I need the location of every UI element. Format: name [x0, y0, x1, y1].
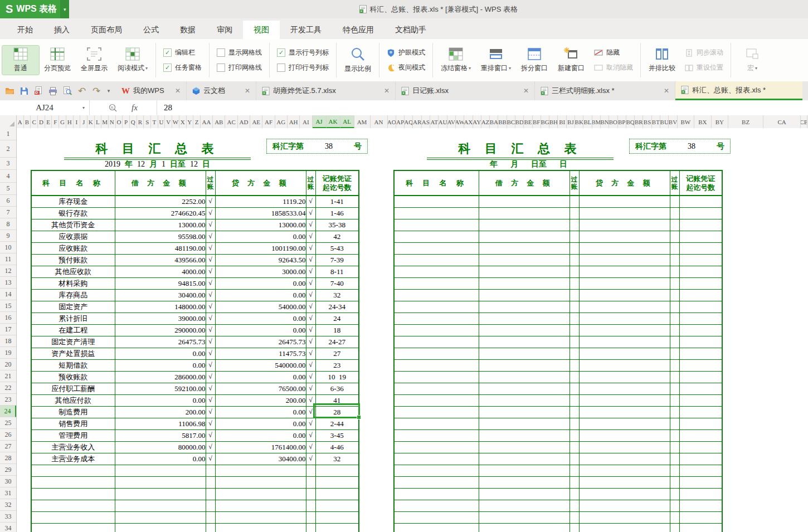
debit-cell[interactable] — [479, 254, 570, 266]
debit-cell[interactable] — [479, 301, 570, 313]
credit-cell[interactable] — [215, 476, 306, 488]
posted-check-cell[interactable] — [570, 429, 579, 441]
account-cell[interactable] — [394, 266, 479, 277]
credit-cell[interactable]: 1858533.04 — [215, 207, 306, 219]
posted-check-cell[interactable]: √ — [306, 289, 315, 301]
voucher-cell[interactable] — [679, 277, 722, 289]
account-cell[interactable] — [31, 523, 115, 532]
header-posted[interactable]: 过账 — [670, 170, 679, 196]
account-cell[interactable]: 其他货币资金 — [31, 219, 115, 231]
credit-cell[interactable]: 0.00 — [215, 406, 306, 418]
column-header[interactable]: J — [80, 115, 87, 128]
posted-check-cell[interactable] — [206, 476, 215, 488]
voucher-cell[interactable]: 2-44 — [315, 418, 359, 429]
menu-tab[interactable]: 开始 — [7, 21, 43, 39]
column-header[interactable]: BP — [618, 115, 626, 128]
column-header[interactable]: S — [144, 115, 151, 128]
posted-check-cell[interactable]: √ — [206, 348, 215, 359]
new-window-button[interactable]: 新建窗口 — [553, 46, 590, 75]
column-header[interactable]: AO — [388, 115, 396, 128]
voucher-cell[interactable]: 28 — [315, 406, 359, 418]
posted-check-cell[interactable]: √ — [206, 207, 215, 219]
posted-check-cell[interactable] — [206, 523, 215, 532]
posted-check-cell[interactable] — [670, 500, 679, 511]
row-header[interactable]: 27 — [0, 441, 16, 452]
debit-cell[interactable] — [479, 383, 570, 394]
row-header[interactable]: 20 — [0, 359, 16, 370]
column-header[interactable]: AD — [238, 115, 250, 128]
posted-check-cell[interactable] — [570, 324, 579, 336]
header-posted[interactable]: 过账 — [306, 170, 315, 196]
credit-cell[interactable]: 3000.00 — [215, 266, 306, 277]
debit-cell[interactable] — [479, 196, 570, 207]
account-cell[interactable]: 固定资产清理 — [31, 336, 115, 348]
account-cell[interactable] — [394, 371, 479, 383]
tab-file-2[interactable]: 日记账.xlsx ✕ — [396, 81, 535, 100]
column-header[interactable]: AC — [225, 115, 237, 128]
column-header[interactable]: AZ — [481, 115, 490, 128]
row-header[interactable]: 7 — [0, 207, 16, 218]
column-header[interactable]: BJ — [567, 115, 575, 128]
account-cell[interactable] — [394, 488, 479, 500]
credit-cell[interactable] — [579, 207, 670, 219]
credit-cell[interactable] — [215, 500, 306, 511]
voucher-cell[interactable] — [679, 324, 722, 336]
debit-cell[interactable] — [479, 348, 570, 359]
account-cell[interactable]: 制造费用 — [31, 406, 115, 418]
column-header[interactable]: BL — [583, 115, 592, 128]
reset-position-button[interactable]: 重设位置 — [685, 63, 723, 72]
voucher-cell[interactable]: 10 19 — [315, 371, 359, 383]
posted-check-cell[interactable]: √ — [206, 301, 215, 313]
posted-check-cell[interactable] — [670, 266, 679, 277]
credit-cell[interactable]: 0.00 — [215, 371, 306, 383]
debit-cell[interactable]: 2746620.45 — [115, 207, 206, 219]
column-header[interactable]: C — [31, 115, 38, 128]
account-cell[interactable] — [394, 277, 479, 289]
posted-check-cell[interactable] — [206, 511, 215, 523]
voucher-cell[interactable] — [679, 394, 722, 406]
row-header[interactable]: 29 — [0, 464, 16, 476]
column-header[interactable]: AF — [262, 115, 275, 128]
credit-cell[interactable]: 0.00 — [215, 289, 306, 301]
debit-cell[interactable]: 286000.00 — [115, 371, 206, 383]
account-cell[interactable] — [394, 242, 479, 254]
posted-check-cell[interactable] — [670, 277, 679, 289]
column-header[interactable]: AJ — [313, 115, 327, 128]
debit-cell[interactable]: 13000.00 — [115, 219, 206, 231]
posted-check-cell[interactable]: √ — [306, 254, 315, 266]
column-header[interactable]: CB — [801, 115, 807, 128]
header-posted[interactable]: 过账 — [206, 170, 215, 196]
voucher-cell[interactable]: 32 — [315, 289, 359, 301]
posted-check-cell[interactable]: √ — [206, 242, 215, 254]
posted-check-cell[interactable] — [570, 441, 579, 453]
column-header[interactable]: AM — [354, 115, 371, 128]
column-header[interactable]: H — [66, 115, 74, 128]
credit-cell[interactable] — [579, 313, 670, 324]
edit-bar-checkbox[interactable]: ✓编辑栏 — [163, 48, 202, 57]
credit-cell[interactable]: 26475.73 — [215, 336, 306, 348]
debit-cell[interactable] — [479, 359, 570, 371]
column-header[interactable]: Z — [193, 115, 201, 128]
eye-protection-button[interactable]: 护眼模式 — [387, 48, 425, 57]
column-header[interactable]: AU — [439, 115, 447, 128]
menu-tab[interactable]: 审阅 — [206, 21, 243, 39]
account-cell[interactable]: 库存商品 — [31, 289, 115, 301]
posted-check-cell[interactable] — [570, 511, 579, 523]
posted-check-cell[interactable] — [670, 383, 679, 394]
account-cell[interactable] — [394, 418, 479, 429]
column-header[interactable]: M — [101, 115, 109, 128]
column-header[interactable]: R — [137, 115, 144, 128]
posted-check-cell[interactable] — [570, 336, 579, 348]
account-cell[interactable]: 主营业务收入 — [31, 441, 115, 453]
posted-check-cell[interactable]: √ — [306, 453, 315, 465]
hide-button[interactable]: 隐藏 — [594, 48, 633, 57]
header-credit[interactable]: 贷 方 金 额 — [579, 170, 670, 196]
account-cell[interactable] — [31, 511, 115, 523]
posted-check-cell[interactable] — [570, 313, 579, 324]
posted-check-cell[interactable] — [670, 429, 679, 441]
voucher-cell[interactable]: 7-39 — [315, 254, 359, 266]
posted-check-cell[interactable] — [570, 500, 579, 511]
posted-check-cell[interactable] — [206, 488, 215, 500]
credit-cell[interactable]: 0.00 — [215, 429, 306, 441]
account-cell[interactable] — [394, 429, 479, 441]
